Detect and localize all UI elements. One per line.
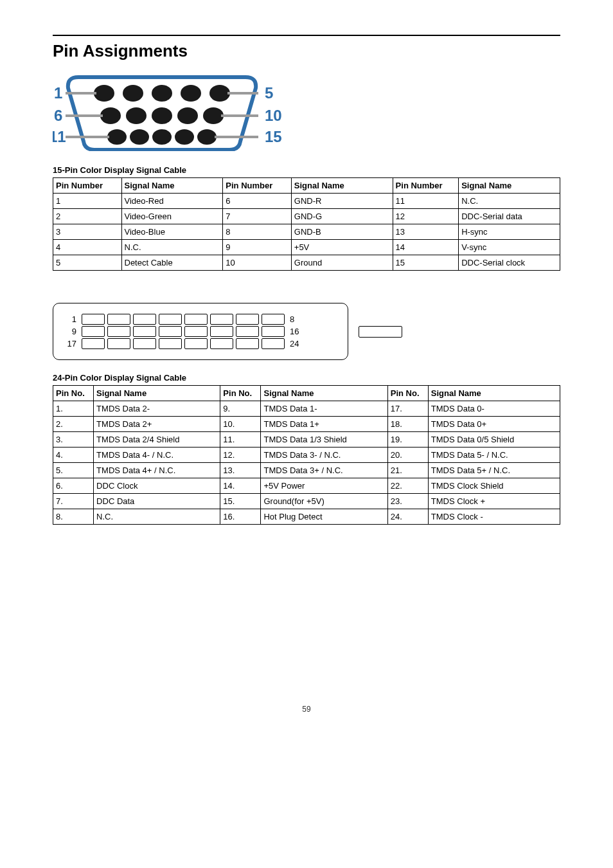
pin-slot	[133, 326, 156, 337]
table-cell: TMDS Data 4+ / N.C.	[94, 463, 220, 478]
table-cell: 15.	[220, 494, 261, 509]
page: Pin Assignments	[0, 0, 613, 739]
svg-point-13	[175, 129, 194, 145]
table-cell: TMDS Clock -	[428, 509, 560, 525]
table-cell: 14	[393, 240, 459, 255]
svg-point-12	[152, 129, 172, 145]
table-24pin: Pin No. Signal Name Pin No. Signal Name …	[53, 385, 560, 525]
svg-point-1	[123, 85, 143, 102]
page-title: Pin Assignments	[53, 41, 560, 61]
table-cell: GND-B	[291, 224, 393, 240]
pin-slot	[159, 326, 182, 337]
diagram-24pin: 1 8 9 16 17 24	[53, 303, 560, 360]
pin-slot	[236, 326, 259, 337]
th: Pin No.	[387, 386, 428, 401]
th: Signal Name	[261, 386, 387, 401]
pin-slot	[262, 338, 285, 349]
table-cell: 11	[393, 194, 459, 209]
svg-point-7	[152, 107, 172, 124]
pin-row: 1 8	[62, 314, 339, 325]
diagram-24pin-body: 1 8 9 16 17 24	[53, 303, 348, 360]
svg-point-6	[126, 107, 147, 124]
table-cell: +5V Power	[261, 478, 387, 494]
table-cell: 15	[393, 255, 459, 271]
svg-point-2	[152, 85, 172, 102]
table-cell: DDC-Serial data	[459, 209, 560, 224]
pin-row-label-left: 1	[62, 314, 79, 324]
pin-slot	[133, 338, 156, 349]
diagram-24pin-side	[359, 326, 402, 338]
table-cell: TMDS Data 3- / N.C.	[261, 448, 387, 463]
pin-row-label-right: 8	[287, 314, 304, 324]
svg-point-0	[94, 85, 114, 102]
table-cell: DDC-Serial clock	[459, 255, 560, 271]
svg-point-8	[177, 107, 198, 124]
pin-slot	[107, 338, 130, 349]
table-cell: 8	[223, 224, 292, 240]
svg-point-4	[209, 85, 230, 102]
svg-point-3	[181, 85, 201, 102]
table-cell: 8.	[53, 509, 94, 525]
table-cell: TMDS Data 2-	[94, 401, 220, 417]
table-cell: TMDS Data 1-	[261, 401, 387, 417]
table-cell: 4	[53, 240, 122, 255]
th: Pin No.	[53, 386, 94, 401]
table-15pin-caption: 15-Pin Color Display Signal Cable	[53, 165, 560, 175]
pin-slot	[262, 314, 285, 325]
table-cell: 10	[223, 255, 292, 271]
table-row: 6.DDC Clock14.+5V Power22.TMDS Clock Shi…	[53, 478, 560, 494]
pin-slot	[82, 314, 105, 325]
pin-slot	[82, 326, 105, 337]
pin-slot	[107, 326, 130, 337]
table-row: 5.TMDS Data 4+ / N.C.13.TMDS Data 3+ / N…	[53, 463, 560, 478]
table-cell: H-sync	[459, 224, 560, 240]
table-row: 3.TMDS Data 2/4 Shield11.TMDS Data 1/3 S…	[53, 432, 560, 448]
pin-slot	[107, 314, 130, 325]
table-cell: 23.	[387, 494, 428, 509]
pin-slot	[236, 338, 259, 349]
table-cell: 5.	[53, 463, 94, 478]
table-cell: TMDS Clock +	[428, 494, 560, 509]
table-cell: TMDS Data 1/3 Shield	[261, 432, 387, 448]
pin-row-label-left: 9	[62, 327, 79, 336]
table-cell: 19.	[387, 432, 428, 448]
pin-slot	[159, 314, 182, 325]
svg-text:15: 15	[265, 128, 282, 145]
pin-slot	[262, 326, 285, 337]
table-row: 2Video-Green7GND-G12DDC-Serial data	[53, 209, 560, 224]
table-cell: 11.	[220, 432, 261, 448]
svg-point-5	[100, 107, 121, 124]
table-cell: 6	[223, 194, 292, 209]
th: Signal Name	[459, 178, 560, 194]
pin-row-label-right: 16	[287, 327, 304, 336]
svg-text:5: 5	[265, 84, 273, 102]
table-cell: 14.	[220, 478, 261, 494]
svg-point-11	[130, 129, 149, 145]
table-cell: 13.	[220, 463, 261, 478]
table-cell: TMDS Data 5- / N.C.	[428, 448, 560, 463]
table-row: 4N.C.9+5V14V-sync	[53, 240, 560, 255]
side-slot-rect	[359, 326, 402, 338]
svg-text:1: 1	[54, 84, 62, 102]
table-cell: 5	[53, 255, 122, 271]
table-cell: 7	[223, 209, 292, 224]
table-cell: 17.	[387, 401, 428, 417]
pin-row-label-right: 24	[287, 339, 304, 348]
table-cell: 3	[53, 224, 122, 240]
pin-slot	[184, 326, 208, 337]
table-cell: 4.	[53, 448, 94, 463]
diagram-15pin: 1 5 6 10 11 15	[53, 68, 560, 154]
table-cell: 13	[393, 224, 459, 240]
svg-point-9	[203, 107, 224, 124]
table-cell: 22.	[387, 478, 428, 494]
th: Pin Number	[53, 178, 122, 194]
table-cell: 3.	[53, 432, 94, 448]
svg-text:6: 6	[54, 107, 62, 124]
pin-row-label-left: 17	[62, 339, 79, 348]
pin-slot	[210, 314, 233, 325]
table-cell: TMDS Data 2/4 Shield	[94, 432, 220, 448]
table-cell: 20.	[387, 448, 428, 463]
table-cell: 2.	[53, 417, 94, 432]
table-cell: TMDS Data 5+ / N.C.	[428, 463, 560, 478]
table-cell: Ground(for +5V)	[261, 494, 387, 509]
